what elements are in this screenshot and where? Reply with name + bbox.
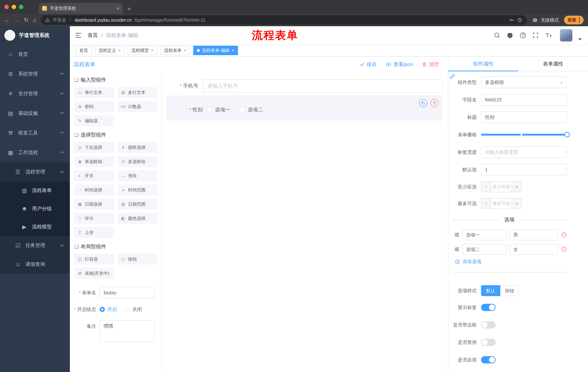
security-label[interactable]: 不安全 xyxy=(52,17,66,23)
clear-button[interactable]: 清空 xyxy=(422,61,439,68)
slider-track[interactable] xyxy=(481,134,567,136)
option-label-input[interactable] xyxy=(462,244,507,255)
add-option-button[interactable]: 添加选项 xyxy=(452,258,567,265)
option-value-input[interactable] xyxy=(510,229,558,240)
chip-color-picker[interactable]: ◧颜色选择 xyxy=(117,213,157,224)
tag-close-icon[interactable]: × xyxy=(232,48,234,53)
sidebar-item-payment[interactable]: ¥ 支付管理 xyxy=(0,84,70,103)
chip-cascader[interactable]: ⋔级联选择 xyxy=(117,142,157,153)
option-label-input[interactable] xyxy=(462,229,507,240)
view-json-button[interactable]: 查看json xyxy=(386,61,413,68)
sidebar-item-workflow[interactable]: ▦ 工作流程 xyxy=(0,143,70,162)
stepper-plus-button[interactable]: + xyxy=(512,198,521,209)
sidebar-item-system[interactable]: ⚙ 系统管理 xyxy=(0,64,70,84)
link-icon[interactable] xyxy=(449,74,455,81)
address-bar[interactable]: 不安全 dashboard.yudao.iocoder.cn/bpm/manag… xyxy=(41,15,527,25)
grid-slider[interactable] xyxy=(481,129,567,140)
new-tab-button[interactable]: + xyxy=(127,5,131,12)
home-icon[interactable]: ⌂ xyxy=(33,17,36,23)
form-name-input[interactable] xyxy=(100,287,154,298)
chip-editor[interactable]: ✎编辑器 xyxy=(74,115,114,126)
sidebar-item-infrastructure[interactable]: ▤ 基础设施 xyxy=(0,103,70,123)
form-canvas[interactable]: *手机号 xyxy=(162,72,448,372)
tag-process-form[interactable]: 流程表单 × xyxy=(160,46,190,55)
close-window-button[interactable] xyxy=(4,5,9,9)
border-switch[interactable] xyxy=(481,321,496,329)
field-name-input[interactable] xyxy=(481,94,567,106)
chip-time-range[interactable]: ◕时间范围 xyxy=(117,185,157,195)
disabled-switch[interactable] xyxy=(481,339,496,346)
gender-option1-checkbox[interactable]: 选项一 xyxy=(207,106,230,113)
chip-radio-group[interactable]: ◉单选框组 xyxy=(74,156,114,167)
chip-rate[interactable]: ☆评分 xyxy=(74,213,114,224)
save-button[interactable]: 保存 xyxy=(359,61,377,68)
stepper-plus-button[interactable]: + xyxy=(512,182,521,192)
browser-update-button[interactable]: 更新 xyxy=(564,16,584,24)
drag-handle-icon[interactable] xyxy=(454,247,460,252)
show-label-switch[interactable] xyxy=(481,304,496,311)
slider-knob[interactable] xyxy=(564,132,570,138)
tag-home[interactable]: 首页 xyxy=(76,46,92,55)
search-icon[interactable] xyxy=(494,32,500,39)
max-select-stepper[interactable]: − 最多可选 + xyxy=(481,198,522,209)
bookmark-star-icon[interactable] xyxy=(517,17,523,23)
user-avatar[interactable] xyxy=(560,29,572,42)
font-size-icon[interactable] xyxy=(545,32,552,39)
sidebar-item-devtools[interactable]: ⚒ 研发工具 xyxy=(0,123,70,143)
chip-row-container[interactable]: ◫行容器 xyxy=(74,254,114,265)
browser-tab[interactable]: 芋道管理系统 × xyxy=(39,3,123,14)
tag-close-icon[interactable]: × xyxy=(118,48,121,53)
chip-counter[interactable]: 123计数器 xyxy=(117,101,157,112)
title-input[interactable] xyxy=(481,111,567,123)
sidebar-item-process-model[interactable]: ▶ 流程模型 xyxy=(0,218,70,236)
style-button-button[interactable]: 按钮 xyxy=(500,285,519,296)
sidebar-item-leave-query[interactable]: ☺ 请假查询 xyxy=(0,255,70,274)
chip-switch[interactable]: ◐开关 xyxy=(74,170,114,181)
tag-process-form-edit[interactable]: 流程表单-编辑 × xyxy=(193,46,238,55)
chip-date-picker[interactable]: ▦日期选择 xyxy=(74,199,114,210)
chip-password[interactable]: ⊛密码 xyxy=(74,101,114,112)
status-on-radio[interactable]: 开启 xyxy=(100,306,117,313)
default-value-input[interactable] xyxy=(481,164,567,175)
tab-form-props[interactable]: 表单属性 xyxy=(518,57,588,71)
stepper-minus-button[interactable]: − xyxy=(481,182,491,192)
remark-textarea[interactable]: 嘿嘿 xyxy=(100,320,154,342)
minimize-window-button[interactable] xyxy=(12,5,16,9)
chip-table[interactable]: ⊞表格[开发中] xyxy=(74,268,114,279)
chip-slider[interactable]: ↔滑块 xyxy=(117,170,157,181)
gender-option2-checkbox[interactable]: 选项二 xyxy=(240,106,263,113)
min-select-stepper[interactable]: − 至少应选 + xyxy=(481,181,522,192)
style-default-button[interactable]: 默认 xyxy=(481,285,500,296)
fullscreen-icon[interactable] xyxy=(532,32,539,39)
back-icon[interactable]: ← xyxy=(4,17,10,23)
tag-process-definition[interactable]: 流程定义 × xyxy=(95,46,125,55)
sidebar-item-home[interactable]: ⌂ 首页 xyxy=(0,44,70,64)
chip-single-line-text[interactable]: ▭单行文本 xyxy=(74,87,114,98)
chip-checkbox-group[interactable]: ☑多选框组 xyxy=(117,156,157,167)
tab-close-icon[interactable]: × xyxy=(117,6,119,11)
menu-dots-icon[interactable] xyxy=(578,17,580,23)
chip-button[interactable]: ◻按钮 xyxy=(117,254,157,265)
min-select-input[interactable]: 至少应选 xyxy=(491,182,512,192)
sidebar-item-task-management[interactable]: ☑ 任务管理 xyxy=(0,236,70,255)
chip-textarea[interactable]: ▤多行文本 xyxy=(117,87,157,98)
required-switch[interactable] xyxy=(481,356,496,363)
chip-date-range[interactable]: ▧日期范围 xyxy=(117,199,157,210)
canvas-field-phone[interactable]: *手机号 xyxy=(166,79,443,93)
option-value-input[interactable] xyxy=(510,244,558,255)
github-icon[interactable] xyxy=(506,32,514,39)
component-type-select[interactable]: 多选框组 xyxy=(481,76,567,88)
copy-widget-button[interactable] xyxy=(419,99,427,107)
delete-widget-button[interactable] xyxy=(430,99,439,107)
chip-time-picker[interactable]: ◔时间选择 xyxy=(74,185,114,195)
label-width-input[interactable] xyxy=(481,146,567,158)
tab-component-props[interactable]: 组件属性 xyxy=(448,57,518,71)
help-icon[interactable] xyxy=(520,32,526,39)
sidebar-item-user-group[interactable]: ☻ 用户分组 xyxy=(0,200,70,218)
password-key-icon[interactable] xyxy=(509,17,514,23)
sidebar-toggle-icon[interactable] xyxy=(75,32,82,39)
maximize-window-button[interactable] xyxy=(19,5,23,9)
max-select-input[interactable]: 最多可选 xyxy=(491,198,512,209)
tag-process-model[interactable]: 流程模型 × xyxy=(128,46,157,55)
chip-select[interactable]: ◎下拉选择 xyxy=(74,142,114,153)
